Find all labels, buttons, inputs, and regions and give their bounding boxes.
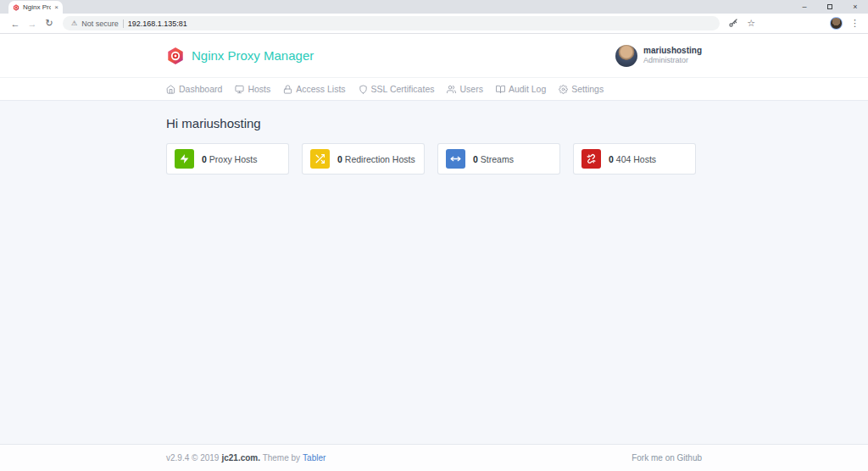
jc21-link[interactable]: jc21.com.	[221, 453, 260, 463]
nav-item-audit-log[interactable]: Audit Log	[496, 84, 546, 94]
card-label: 404 Hosts	[616, 154, 656, 164]
nav-item-ssl-certificates[interactable]: SSL Certificates	[359, 84, 435, 94]
broken-link-icon	[581, 149, 601, 169]
card-count: 0	[337, 154, 342, 164]
users-icon	[447, 85, 456, 94]
nav-label: Settings	[571, 84, 604, 94]
version-text: v2.9.4 © 2019	[166, 453, 219, 463]
nav-item-access-lists[interactable]: Access Lists	[283, 84, 345, 94]
card-label: Streams	[481, 154, 514, 164]
card-count: 0	[202, 154, 207, 164]
card-streams[interactable]: 0Streams	[437, 143, 560, 175]
page-title: Hi mariushosting	[166, 101, 702, 130]
card-proxy-hosts[interactable]: 0Proxy Hosts	[166, 143, 289, 175]
password-key-icon[interactable]	[728, 19, 738, 29]
card-text: 0Streams	[473, 154, 514, 164]
nav-label: Users	[459, 84, 482, 94]
card-redirection-hosts[interactable]: 0Redirection Hosts	[302, 143, 425, 175]
home-icon	[166, 85, 175, 94]
card-count: 0	[473, 154, 478, 164]
gear-icon	[559, 85, 568, 94]
nav-label: Audit Log	[509, 84, 546, 94]
tabler-link[interactable]: Tabler	[303, 453, 326, 463]
close-window-button[interactable]: ×	[843, 0, 868, 14]
arrows-horizontal-icon	[446, 149, 465, 169]
bolt-icon	[175, 149, 194, 169]
refresh-icon[interactable]: ↻	[41, 18, 58, 29]
nav-label: Dashboard	[179, 84, 222, 94]
browser-menu-icon[interactable]: ⋮	[850, 18, 860, 29]
nav-item-hosts[interactable]: Hosts	[235, 84, 270, 94]
restore-button[interactable]	[817, 0, 843, 14]
book-icon	[496, 85, 505, 94]
card-404-hosts[interactable]: 0404 Hosts	[573, 143, 696, 175]
browser-tab[interactable]: Nginx Prox ×	[8, 1, 63, 14]
restore-icon	[827, 4, 832, 9]
user-name: mariushosting	[643, 46, 702, 57]
card-label: Redirection Hosts	[345, 154, 415, 164]
app-header: Nginx Proxy Manager mariushosting Admini…	[0, 34, 868, 77]
footer-left: v2.9.4 © 2019jc21.com. Theme byTabler	[166, 453, 326, 463]
browser-tabstrip: Nginx Prox × – ×	[0, 0, 868, 14]
browser-toolbar: ← → ↻ ⚠ Not secure 192.168.1.135:81 ☆ ⋮	[0, 14, 868, 34]
page-content: Nginx Proxy Manager mariushosting Admini…	[0, 34, 868, 471]
monitor-icon	[235, 85, 244, 94]
nav-label: SSL Certificates	[371, 84, 435, 94]
card-count: 0	[609, 154, 614, 164]
nav-label: Access Lists	[296, 84, 345, 94]
not-secure-warning-icon: ⚠	[71, 19, 77, 27]
nav-label: Hosts	[248, 84, 270, 94]
app-footer: v2.9.4 © 2019jc21.com. Theme byTabler Fo…	[0, 444, 868, 471]
theme-by-text: Theme by	[263, 453, 300, 463]
shield-icon	[359, 85, 368, 94]
minimize-button[interactable]: –	[792, 0, 817, 14]
browser-window: Nginx Prox × – × ← → ↻ ⚠ Not secure 192.…	[0, 0, 868, 471]
app-nav: Dashboard Hosts Access Lists SSL Certifi…	[0, 77, 868, 101]
back-icon[interactable]: ←	[7, 19, 24, 29]
user-role: Administrator	[643, 56, 702, 65]
github-link[interactable]: Fork me on Github	[632, 453, 702, 463]
card-text: 0Redirection Hosts	[337, 154, 415, 164]
forward-icon[interactable]: →	[24, 19, 41, 29]
card-text: 0Proxy Hosts	[202, 154, 257, 164]
app-title: Nginx Proxy Manager	[192, 48, 314, 63]
omnibox-divider	[123, 19, 124, 28]
card-text: 0404 Hosts	[609, 154, 656, 164]
card-label: Proxy Hosts	[209, 154, 258, 164]
dashboard-body: Hi mariushosting 0Proxy Hosts	[0, 101, 868, 444]
shuffle-icon	[310, 149, 330, 169]
tab-close-icon[interactable]: ×	[54, 4, 58, 11]
nav-item-users[interactable]: Users	[447, 84, 482, 94]
user-avatar	[615, 45, 637, 67]
window-controls: – ×	[792, 0, 868, 14]
tab-title: Nginx Prox	[23, 3, 51, 11]
url-text: 192.168.1.135:81	[128, 19, 187, 28]
lock-icon	[283, 85, 292, 94]
bookmark-star-icon[interactable]: ☆	[747, 18, 755, 29]
security-label: Not secure	[81, 19, 119, 28]
user-menu[interactable]: mariushosting Administrator	[615, 45, 702, 67]
address-bar[interactable]: ⚠ Not secure 192.168.1.135:81	[63, 16, 720, 30]
stat-cards: 0Proxy Hosts 0Redirection Hosts	[166, 143, 702, 175]
tab-favicon-icon	[13, 4, 19, 11]
nav-item-settings[interactable]: Settings	[559, 84, 604, 94]
nginx-proxy-manager-logo-icon	[166, 47, 185, 65]
nav-item-dashboard[interactable]: Dashboard	[166, 84, 222, 94]
brand[interactable]: Nginx Proxy Manager	[166, 47, 314, 65]
browser-profile-avatar[interactable]	[830, 17, 843, 30]
